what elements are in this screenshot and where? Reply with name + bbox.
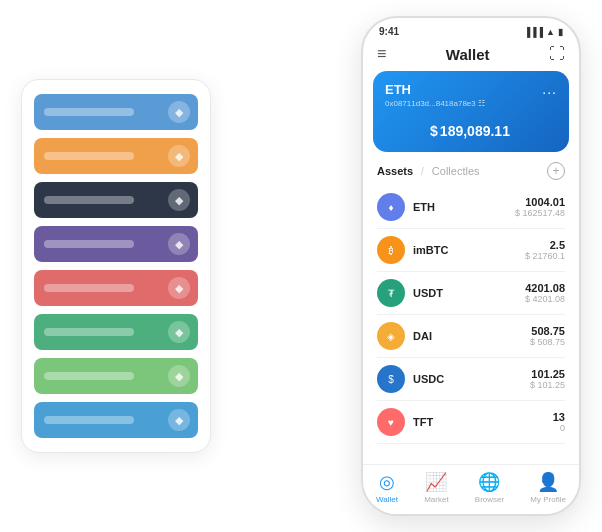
- assets-header: Assets / Collectles +: [363, 152, 579, 186]
- card-icon: ◆: [168, 145, 190, 167]
- usdt-coin-icon: ₮: [377, 279, 405, 307]
- asset-name-usdt: USDT: [413, 287, 525, 299]
- asset-item-tft[interactable]: ♥ TFT 13 0: [377, 401, 565, 444]
- nav-browser[interactable]: 🌐 Browser: [475, 471, 504, 504]
- asset-balance-usdc: 101.25 $ 101.25: [530, 368, 565, 390]
- eth-coin-icon: ♦: [377, 193, 405, 221]
- imbtc-coin-icon: ₿: [377, 236, 405, 264]
- list-item[interactable]: ◆: [34, 94, 198, 130]
- tft-coin-icon: ♥: [377, 408, 405, 436]
- card-label: [44, 240, 134, 248]
- asset-name-dai: DAI: [413, 330, 530, 342]
- bottom-nav: ◎ Wallet 📈 Market 🌐 Browser 👤 My Profile: [363, 464, 579, 514]
- battery-icon: ▮: [558, 27, 563, 37]
- scene: ◆ ◆ ◆ ◆ ◆ ◆ ◆ ◆: [21, 16, 581, 516]
- scan-icon[interactable]: ⛶: [549, 45, 565, 63]
- asset-balance-dai: 508.75 $ 508.75: [530, 325, 565, 347]
- list-item[interactable]: ◆: [34, 358, 198, 394]
- profile-nav-label: My Profile: [530, 495, 566, 504]
- list-item[interactable]: ◆: [34, 182, 198, 218]
- card-label: [44, 372, 134, 380]
- usdc-amount: 101.25: [530, 368, 565, 380]
- profile-nav-icon: 👤: [537, 471, 559, 493]
- signal-icon: ▐▐▐: [524, 27, 543, 37]
- page-title: Wallet: [446, 46, 490, 63]
- asset-item-dai[interactable]: ◈ DAI 508.75 $ 508.75: [377, 315, 565, 358]
- usdt-usd: $ 4201.08: [525, 294, 565, 304]
- asset-balance-usdt: 4201.08 $ 4201.08: [525, 282, 565, 304]
- dai-coin-icon: ◈: [377, 322, 405, 350]
- asset-item-eth[interactable]: ♦ ETH 1004.01 $ 162517.48: [377, 186, 565, 229]
- balance-amount: 189,089.11: [440, 123, 510, 139]
- tab-assets[interactable]: Assets: [377, 165, 413, 177]
- nav-wallet[interactable]: ◎ Wallet: [376, 471, 398, 504]
- status-icons: ▐▐▐ ▲ ▮: [524, 27, 563, 37]
- card-icon: ◆: [168, 365, 190, 387]
- eth-wallet-card[interactable]: ETH ... 0x08711d3d...8418a78e3 ☷ $189,08…: [373, 71, 569, 152]
- asset-item-imbtc[interactable]: ₿ imBTC 2.5 $ 21760.1: [377, 229, 565, 272]
- browser-nav-icon: 🌐: [478, 471, 500, 493]
- tft-usd: 0: [553, 423, 565, 433]
- wifi-icon: ▲: [546, 27, 555, 37]
- wallet-nav-icon: ◎: [379, 471, 395, 493]
- asset-name-imbtc: imBTC: [413, 244, 525, 256]
- card-label: [44, 416, 134, 424]
- asset-item-usdc[interactable]: $ USDC 101.25 $ 101.25: [377, 358, 565, 401]
- list-item[interactable]: ◆: [34, 226, 198, 262]
- asset-balance-eth: 1004.01 $ 162517.48: [515, 196, 565, 218]
- asset-item-usdt[interactable]: ₮ USDT 4201.08 $ 4201.08: [377, 272, 565, 315]
- card-icon: ◆: [168, 409, 190, 431]
- imbtc-amount: 2.5: [525, 239, 565, 251]
- list-item[interactable]: ◆: [34, 314, 198, 350]
- card-icon: ◆: [168, 189, 190, 211]
- asset-name-eth: ETH: [413, 201, 515, 213]
- usdc-usd: $ 101.25: [530, 380, 565, 390]
- nav-market[interactable]: 📈 Market: [424, 471, 448, 504]
- wallet-card-list: ◆ ◆ ◆ ◆ ◆ ◆ ◆ ◆: [21, 79, 211, 453]
- list-item[interactable]: ◆: [34, 138, 198, 174]
- tft-amount: 13: [553, 411, 565, 423]
- eth-card-more-button[interactable]: ...: [542, 81, 557, 97]
- card-label: [44, 284, 134, 292]
- usdc-coin-icon: $: [377, 365, 405, 393]
- market-nav-icon: 📈: [425, 471, 447, 493]
- currency-symbol: $: [430, 123, 438, 139]
- card-icon: ◆: [168, 233, 190, 255]
- dai-amount: 508.75: [530, 325, 565, 337]
- card-label: [44, 196, 134, 204]
- status-bar: 9:41 ▐▐▐ ▲ ▮: [363, 18, 579, 41]
- menu-icon[interactable]: ≡: [377, 46, 386, 62]
- card-icon: ◆: [168, 321, 190, 343]
- eth-usd: $ 162517.48: [515, 208, 565, 218]
- assets-tabs: Assets / Collectles: [377, 165, 480, 177]
- card-label: [44, 152, 134, 160]
- card-icon: ◆: [168, 101, 190, 123]
- wallet-nav-label: Wallet: [376, 495, 398, 504]
- nav-profile[interactable]: 👤 My Profile: [530, 471, 566, 504]
- eth-balance: $189,089.11: [385, 116, 557, 142]
- tab-collectibles[interactable]: Collectles: [432, 165, 480, 177]
- browser-nav-label: Browser: [475, 495, 504, 504]
- list-item[interactable]: ◆: [34, 270, 198, 306]
- asset-balance-tft: 13 0: [553, 411, 565, 433]
- eth-card-header: ETH ...: [385, 81, 557, 97]
- eth-address: 0x08711d3d...8418a78e3 ☷: [385, 99, 557, 108]
- card-icon: ◆: [168, 277, 190, 299]
- dai-usd: $ 508.75: [530, 337, 565, 347]
- asset-name-usdc: USDC: [413, 373, 530, 385]
- asset-balance-imbtc: 2.5 $ 21760.1: [525, 239, 565, 261]
- usdt-amount: 4201.08: [525, 282, 565, 294]
- card-label: [44, 108, 134, 116]
- asset-list: ♦ ETH 1004.01 $ 162517.48 ₿ imBTC 2.5 $ …: [363, 186, 579, 464]
- imbtc-usd: $ 21760.1: [525, 251, 565, 261]
- app-header: ≡ Wallet ⛶: [363, 41, 579, 71]
- market-nav-label: Market: [424, 495, 448, 504]
- eth-card-title: ETH: [385, 82, 411, 97]
- list-item[interactable]: ◆: [34, 402, 198, 438]
- add-asset-button[interactable]: +: [547, 162, 565, 180]
- tab-divider: /: [421, 166, 424, 177]
- phone-frame: 9:41 ▐▐▐ ▲ ▮ ≡ Wallet ⛶ ETH ... 0x08711d…: [361, 16, 581, 516]
- asset-name-tft: TFT: [413, 416, 553, 428]
- eth-amount: 1004.01: [515, 196, 565, 208]
- card-label: [44, 328, 134, 336]
